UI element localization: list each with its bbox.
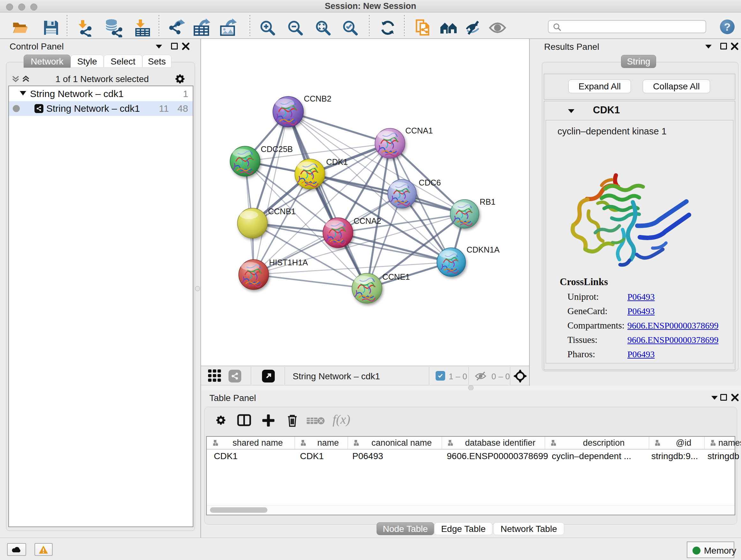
svg-text:CCNB1: CCNB1 [268,207,295,216]
svg-text:HIST1H1A: HIST1H1A [269,258,308,267]
svg-text:CDKN1A: CDKN1A [467,245,499,254]
svg-text:RB1: RB1 [480,197,495,206]
svg-text:CDC25B: CDC25B [261,145,293,153]
svg-text:CCNA2: CCNA2 [354,216,381,226]
svg-text:CDC6: CDC6 [419,178,441,187]
svg-text:CCNA1: CCNA1 [405,126,433,135]
svg-text:CCNB2: CCNB2 [304,94,331,103]
svg-text:CDK1: CDK1 [326,158,348,166]
svg-text:CCNE1: CCNE1 [382,272,410,281]
